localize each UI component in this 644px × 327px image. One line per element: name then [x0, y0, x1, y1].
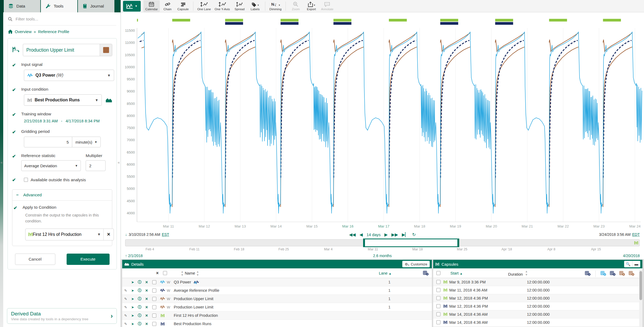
capsule-checkbox[interactable]: [436, 320, 440, 324]
tab-data[interactable]: Data: [4, 0, 40, 12]
input-condition-dropdown[interactable]: Best Production Runs ▼: [24, 94, 102, 106]
item-name[interactable]: Production Lower Limit: [174, 305, 214, 309]
timebar-track[interactable]: [125, 239, 640, 246]
info-icon[interactable]: ⓘ: [136, 288, 143, 293]
capsule-checkbox[interactable]: [436, 288, 440, 292]
add-column-icon[interactable]: [585, 271, 591, 276]
toolbar-button-one-y-axis[interactable]: One Y-Axis: [213, 0, 232, 12]
capsule-start[interactable]: Mar 9, 2018 3:36 PM: [449, 280, 486, 284]
pin-icon[interactable]: ➤: [129, 305, 136, 309]
gridding-value-input[interactable]: 5: [24, 137, 72, 147]
add-capsule-column-button[interactable]: [585, 271, 591, 277]
item-name[interactable]: Production Upper Limit: [174, 297, 214, 301]
capsule-checkbox[interactable]: [436, 296, 440, 300]
collapse-sidebar-handle[interactable]: «: [118, 160, 120, 165]
trend-view-dropdown-button[interactable]: ▼: [123, 1, 141, 12]
row-checkbox[interactable]: [152, 314, 156, 318]
row-checkbox[interactable]: [152, 297, 156, 301]
capsule-checkbox[interactable]: [436, 304, 440, 308]
gridding-unit-select[interactable]: minute(s) ▼: [72, 137, 101, 147]
add-capsule-column-button[interactable]: [619, 271, 625, 277]
remove-all-column-header[interactable]: ✕: [154, 271, 161, 275]
color-picker-button[interactable]: [100, 44, 112, 56]
range-start-timezone[interactable]: EST: [162, 232, 169, 237]
select-all-checkbox[interactable]: [163, 271, 167, 275]
edit-icon[interactable]: ✎: [122, 305, 129, 309]
toolbar-button-one-lane[interactable]: One Lane: [196, 0, 213, 12]
info-icon[interactable]: ⓘ: [136, 321, 143, 326]
capsule-checkbox[interactable]: [436, 312, 440, 316]
remove-icon[interactable]: ✕: [143, 297, 150, 301]
toolbar-button-dimming[interactable]: N▾Dimming: [267, 0, 283, 12]
step-back-button[interactable]: ◀: [359, 232, 363, 237]
range-end[interactable]: 3/24/2018 3:56 AM EDT: [543, 232, 640, 237]
add-capsule-column-button[interactable]: [600, 271, 606, 277]
apply-condition-select[interactable]: First 12 Hrs of Production ▼: [26, 229, 103, 240]
multiplier-input[interactable]: 2: [86, 160, 106, 171]
item-name[interactable]: Best Production Runs: [174, 322, 211, 326]
sort-icon[interactable]: ▲▼: [196, 270, 199, 276]
range-start-value[interactable]: 3/10/2018 2:56 AM: [129, 232, 160, 237]
filter-tools-input[interactable]: Filter tools...: [3, 12, 121, 25]
step-to-end-button[interactable]: ▶▏: [402, 232, 408, 237]
refresh-icon[interactable]: ↻: [412, 232, 416, 237]
add-column-icon[interactable]: [600, 271, 606, 276]
available-outside-checkbox[interactable]: [24, 178, 28, 182]
capsule-start[interactable]: Mar 14, 2018 4:36 AM: [449, 320, 488, 325]
item-name[interactable]: First 12 Hrs of Production: [174, 313, 218, 318]
info-icon[interactable]: ⓘ: [136, 305, 143, 310]
step-forward-button[interactable]: ▶: [384, 232, 388, 237]
edit-icon[interactable]: ✎: [122, 322, 129, 326]
row-checkbox[interactable]: [152, 289, 156, 293]
add-column-icon[interactable]: [619, 271, 625, 276]
capsule-checkbox[interactable]: [436, 280, 440, 284]
customize-button[interactable]: ⚙ₒ Customize: [402, 261, 430, 267]
remove-icon[interactable]: ✕: [143, 305, 150, 309]
add-column-icon[interactable]: [610, 271, 616, 276]
remove-icon[interactable]: ✕: [143, 280, 150, 284]
collapse-sidebar-handle[interactable]: «: [1, 160, 3, 165]
add-capsule-column-button[interactable]: [629, 271, 634, 277]
range-start[interactable]: ↓ 3/10/2018 2:56 AM EST: [125, 232, 222, 237]
row-checkbox[interactable]: [152, 280, 156, 284]
pin-icon[interactable]: ➤: [129, 322, 136, 326]
lane-column-header[interactable]: Lane ▲: [379, 271, 392, 275]
scrollbar-thumb[interactable]: [639, 271, 642, 300]
step-back-fast-button[interactable]: ◀◀: [349, 232, 356, 237]
step-forward-fast-button[interactable]: ▶▶: [392, 232, 398, 237]
advanced-toggle[interactable]: − Advanced: [12, 190, 112, 201]
training-start[interactable]: 2/21/2018 3:31 AM: [24, 119, 58, 123]
pin-icon[interactable]: ➤: [129, 289, 136, 293]
capsules-scrollbar[interactable]: [639, 269, 642, 327]
name-column-header[interactable]: Name: [185, 271, 195, 275]
edit-icon[interactable]: ✎: [122, 297, 129, 301]
add-capsule-column-button[interactable]: [610, 271, 616, 277]
add-column-icon[interactable]: [423, 271, 429, 276]
capsule-start[interactable]: Mar 11, 2018 4:36 AM: [449, 288, 487, 292]
input-signal-dropdown[interactable]: Q3 Power (W) ▼: [24, 70, 114, 81]
capsule-start[interactable]: Mar 12, 2018 4:36 PM: [449, 296, 488, 300]
add-column-icon[interactable]: [423, 271, 429, 276]
cancel-button[interactable]: Cancel: [15, 254, 55, 265]
breadcrumb-overview-link[interactable]: Overview: [15, 29, 32, 34]
tab-tools[interactable]: Tools: [41, 0, 77, 12]
collapse-panel-button[interactable]: ▬: [632, 261, 640, 267]
timebar-selection[interactable]: [365, 239, 458, 247]
trend-chart[interactable]: Mar 11Mar 12Mar 13Mar 14Mar 15Mar 16Mar …: [121, 12, 644, 231]
remove-icon[interactable]: ✕: [143, 289, 150, 293]
add-column-icon[interactable]: [629, 271, 634, 276]
info-icon[interactable]: ⓘ: [136, 313, 143, 318]
toolbar-button-capsule[interactable]: Capsule: [175, 0, 191, 12]
tool-name-field[interactable]: Production Upper Limit: [23, 44, 112, 56]
pin-icon[interactable]: ➤: [129, 314, 136, 318]
area-chart-icon[interactable]: [106, 97, 112, 103]
toolbar-button-labels[interactable]: ▾Labels: [247, 0, 263, 12]
toolbar-button-spread[interactable]: Spread: [232, 0, 247, 12]
clear-condition-button[interactable]: ✕: [103, 229, 114, 240]
remove-icon[interactable]: ✕: [143, 322, 150, 326]
training-window-range[interactable]: 2/21/2018 3:31 AM - 4/17/2018 8:34 PM: [24, 119, 112, 123]
toolbar-button-export[interactable]: ▾Export: [303, 0, 319, 12]
range-end-timezone[interactable]: EDT: [632, 232, 640, 237]
edit-icon[interactable]: ✎: [122, 289, 129, 293]
remove-icon[interactable]: ✕: [143, 314, 150, 318]
